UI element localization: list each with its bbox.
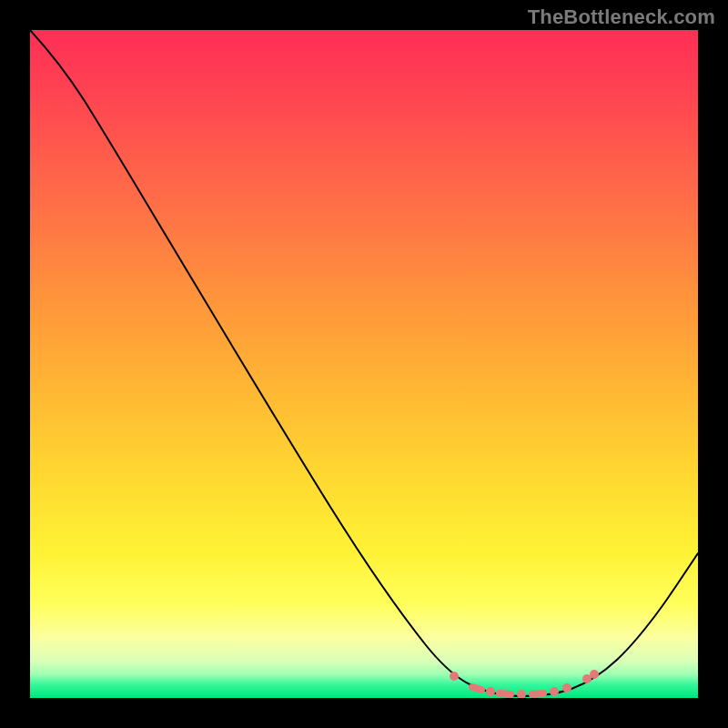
marker-dot bbox=[517, 690, 526, 698]
marker-dot bbox=[486, 687, 495, 696]
chart-canvas: TheBottleneck.com bbox=[0, 0, 728, 728]
minimum-markers bbox=[450, 670, 599, 698]
watermark-text: TheBottleneck.com bbox=[528, 5, 715, 29]
plot-area bbox=[30, 30, 698, 698]
marker-dot bbox=[500, 693, 511, 694]
bottleneck-curve bbox=[30, 30, 698, 696]
marker-dot bbox=[590, 670, 599, 679]
curve-svg bbox=[30, 30, 698, 698]
marker-dot bbox=[450, 672, 459, 681]
marker-dot bbox=[532, 693, 543, 694]
marker-dot bbox=[562, 683, 571, 693]
marker-dot bbox=[472, 687, 481, 690]
marker-dot bbox=[550, 687, 559, 696]
